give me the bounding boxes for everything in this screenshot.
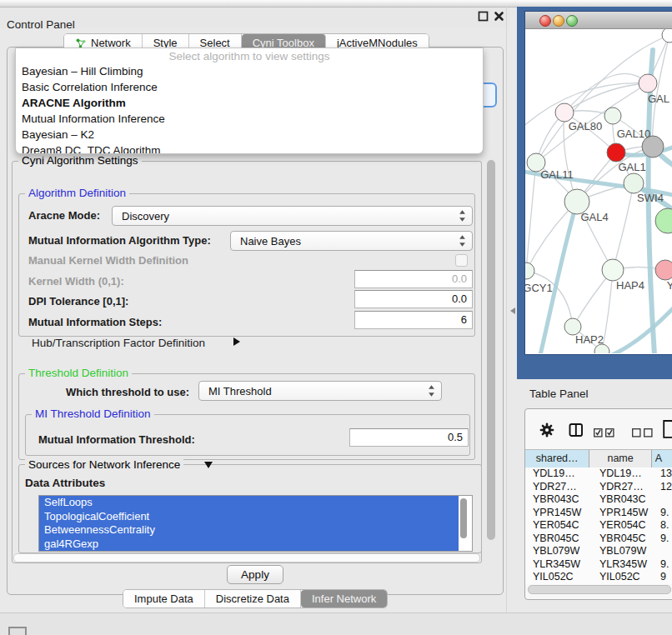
which-threshold-select[interactable]: MI Threshold [198,381,442,401]
status-strip [0,612,672,635]
unchecked-boxes-icon[interactable] [632,426,654,441]
table-cell: YBR043C [592,493,656,507]
table-cell: 9 [656,571,672,584]
stepper-icon [459,234,466,248]
table-cell: 9. [656,532,672,546]
network-node-swi4[interactable] [624,173,644,193]
float-icon [478,11,489,22]
table-cell: YIL052C [525,571,592,584]
attribute-item-selfloops[interactable]: SelfLoops [39,496,459,510]
network-node-hap2[interactable] [564,318,581,335]
tab-label: Discretize Data [216,591,289,608]
network-node-hap4[interactable] [602,259,624,281]
bottom-tab-infer-network[interactable]: Infer Network [301,590,387,608]
table-row[interactable]: YBR043CYBR043C [525,493,672,507]
settings-vertical-scrollbar[interactable] [487,160,495,540]
bottom-tab-discretize-data[interactable]: Discretize Data [205,590,301,608]
hub-expand-icon[interactable] [233,338,240,346]
close-window-button[interactable] [539,15,551,27]
kernel-width-field: 0.0 [354,270,473,288]
threshold-definition-title: Threshold Definition [25,368,132,379]
zoom-window-button[interactable] [566,15,578,27]
table-cell: YPR145W [525,507,592,520]
table-cell: YER054C [525,519,592,532]
table-row[interactable]: YBR045CYBR045C9. [525,532,672,546]
document-icon[interactable] [663,420,672,442]
aracne-mode-label: Aracne Mode: [28,209,100,222]
algorithm-option-aracne-algorithm[interactable]: ARACNE Algorithm [16,95,483,111]
control-panel-titlebar: Control Panel [0,8,510,28]
mi-threshold-field[interactable]: 0.5 [349,428,469,447]
mi-steps-field[interactable]: 6 [354,311,473,329]
algorithm-dropdown-popup: Select algorithm to view settings Bayesi… [15,48,484,154]
column-header-shared[interactable]: shared… [525,450,589,468]
table-row[interactable]: YBL079WYBL079W [525,545,672,558]
attribute-item-topologicalcoefficient[interactable]: TopologicalCoefficient [39,510,459,524]
node-label-y: Y [667,279,672,292]
settings-horizontal-scrollbar[interactable] [13,553,480,562]
sources-collapse-icon[interactable] [204,462,213,468]
algorithm-option-mutual-information-inference[interactable]: Mutual Information Inference [16,111,483,127]
network-node-y[interactable] [655,260,672,280]
table-cell: 13 [656,468,672,481]
column-header-name[interactable]: name [589,450,651,468]
which-threshold-value: MI Threshold [199,385,428,398]
column-header-a[interactable]: A [652,450,672,468]
table-cell: YER054C [592,519,656,532]
node-label-gal10: GAL10 [617,128,650,140]
stepper-icon [428,384,435,398]
apply-button[interactable]: Apply [227,565,283,584]
table-row[interactable]: YDR27…YDR27…12 [525,481,672,494]
gear-icon[interactable] [539,422,554,441]
algorithm-option-dream8-dc-tdc-algorithm[interactable]: Dream8 DC_TDC Algorithm [16,142,483,154]
table-row[interactable]: YLR345WYLR345W9. [525,558,672,572]
network-node-gal1[interactable] [607,143,625,162]
cyni-settings-title: Cyni Algorithm Settings [18,155,142,167]
manual-kernel-width-checkbox [455,254,468,267]
table-cell: YDR27… [525,481,592,494]
table-cell: 8. [656,519,672,532]
float-panel-button[interactable] [478,11,489,22]
attributes-scrollbar[interactable] [460,498,467,538]
table-cell: YBR045C [592,532,656,546]
table-row[interactable]: YPR145WYPR145W9. [525,507,672,520]
algorithm-option-bayesian-k2[interactable]: Bayesian – K2 [16,127,483,142]
node-label-gal1: GAL1 [618,161,645,173]
table-cell: 12 [656,481,672,494]
minimized-panel-icon[interactable] [8,627,27,635]
network-node[interactable] [662,29,672,42]
table-row[interactable]: YER054CYER054C8. [525,519,672,532]
node-label-gal80: GAL80 [569,120,602,132]
network-window-titlebar[interactable] [525,12,672,29]
mi-algorithm-type-select[interactable]: Naive Bayes [230,231,473,251]
network-canvas[interactable]: GALGAL80GAL10GAL1GAL11SWI4GAL4GCY1HAP4YH… [525,29,672,353]
columns-icon[interactable] [569,422,584,441]
algorithm-option-bayesian-hill-climbing[interactable]: Bayesian – Hill Climbing [16,63,483,79]
attribute-item-gal4rgexp[interactable]: gal4RGexp [39,538,459,552]
table-cell: YBR045C [525,532,592,546]
dpi-tolerance-field[interactable]: 0.0 [354,290,473,308]
network-node-gal80[interactable] [555,103,574,122]
network-node-gal[interactable] [639,74,657,92]
network-node[interactable] [655,208,672,233]
network-window: GALGAL80GAL10GAL1GAL11SWI4GAL4GCY1HAP4YH… [524,11,672,355]
bottom-tab-impute-data[interactable]: Impute Data [123,590,205,608]
table-row[interactable]: YDL19…YDL19…13 [525,468,672,481]
mi-threshold-label: Mutual Information Threshold: [38,433,195,446]
divider-collapse-arrow[interactable] [510,308,515,314]
table-horizontal-scrollbar[interactable] [528,585,671,594]
minimize-window-button[interactable] [553,15,564,27]
close-panel-button[interactable] [494,11,504,22]
table-cell: 9. [656,558,672,572]
tab-label: Impute Data [134,591,193,608]
table-cell: YBL079W [592,545,656,558]
aracne-mode-select[interactable]: Discovery [112,206,473,226]
checked-boxes-icon[interactable] [594,426,615,441]
network-node-gcy1[interactable] [525,262,534,279]
algorithm-option-basic-correlation-inference[interactable]: Basic Correlation Inference [16,79,483,95]
table-row[interactable]: YIL052CYIL052C9 [525,571,672,584]
table-cell: YPR145W [592,507,656,520]
table-cell: 9. [656,507,672,520]
attribute-item-betweennesscentrality[interactable]: BetweennessCentrality [39,523,459,538]
network-node-gal10[interactable] [604,108,621,124]
